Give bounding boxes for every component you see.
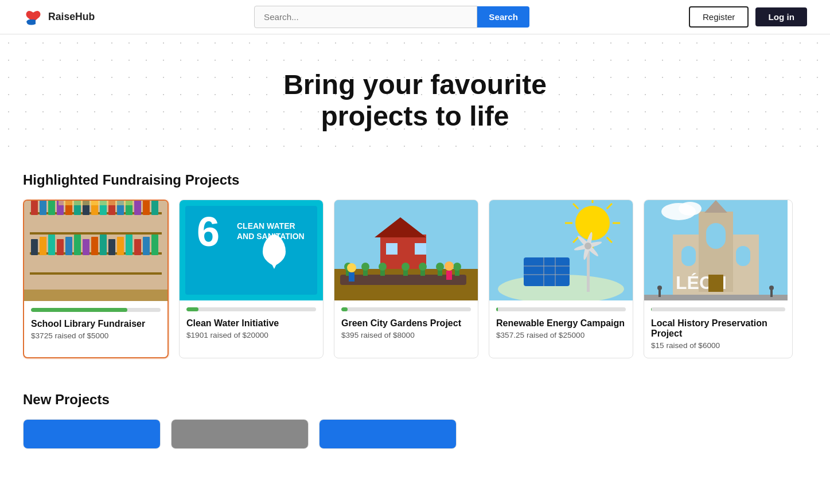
card-image-clean-water: 6 CLEAN WATER AND SANITATION xyxy=(180,200,323,303)
card-raised-renewable-energy: $357.25 raised of $25000 xyxy=(496,331,626,339)
svg-point-66 xyxy=(347,263,356,272)
search-area: Search xyxy=(254,6,529,28)
highlighted-card-green-city[interactable]: Green City Gardens Project$395 raised of… xyxy=(334,200,478,358)
progress-fill-school-library xyxy=(31,308,127,312)
card-body-local-history: Local History Preservation Project$15 ra… xyxy=(644,314,792,358)
new-section-title: New Projects xyxy=(23,392,807,408)
svg-rect-36 xyxy=(151,235,158,255)
logo-text: RaiseHub xyxy=(48,11,95,23)
progress-fill-local-history xyxy=(651,307,652,311)
svg-rect-9 xyxy=(48,201,55,215)
card-title-green-city: Green City Gardens Project xyxy=(341,318,471,329)
progress-bg-clean-water xyxy=(186,307,316,311)
highlighted-card-local-history[interactable]: LÉON Local History Preservation Project$… xyxy=(644,200,793,358)
svg-rect-31 xyxy=(108,239,115,255)
svg-rect-50 xyxy=(415,243,426,255)
new-section: New Projects xyxy=(0,380,830,471)
svg-rect-32 xyxy=(117,237,124,255)
progress-bg-green-city xyxy=(341,307,471,311)
progress-container-local-history xyxy=(644,303,792,314)
svg-rect-49 xyxy=(386,243,398,255)
svg-rect-35 xyxy=(143,237,150,255)
login-button[interactable]: Log in xyxy=(755,7,807,26)
nav-actions: Register Log in xyxy=(689,6,807,28)
register-button[interactable]: Register xyxy=(689,6,749,28)
card-image-renewable-energy xyxy=(489,200,633,303)
svg-rect-67 xyxy=(349,272,354,282)
svg-rect-38 xyxy=(59,201,133,205)
svg-rect-30 xyxy=(100,235,107,255)
new-card-image-new3 xyxy=(319,420,456,448)
hero-title: Bring your favourite projects to life xyxy=(23,69,807,132)
svg-rect-33 xyxy=(126,235,133,255)
progress-container-green-city xyxy=(334,303,478,314)
card-title-local-history: Local History Preservation Project xyxy=(651,318,785,339)
navbar: RaiseHub Search Register Log in xyxy=(0,0,830,34)
card-title-renewable-energy: Renewable Energy Campaign xyxy=(496,318,626,329)
card-image-school-library xyxy=(24,201,167,303)
svg-rect-27 xyxy=(74,235,81,255)
svg-point-106 xyxy=(679,202,702,216)
search-input[interactable] xyxy=(254,6,477,28)
svg-rect-5 xyxy=(30,272,162,275)
card-title-clean-water: Clean Water Initiative xyxy=(186,318,316,329)
svg-rect-26 xyxy=(65,237,72,255)
svg-point-102 xyxy=(657,286,662,290)
svg-point-61 xyxy=(419,263,427,271)
progress-fill-renewable-energy xyxy=(496,307,498,311)
progress-container-renewable-energy xyxy=(489,303,633,314)
progress-bg-local-history xyxy=(651,307,785,311)
svg-rect-19 xyxy=(134,201,141,215)
card-image-green-city xyxy=(334,200,478,303)
progress-fill-clean-water xyxy=(186,307,198,311)
progress-bg-renewable-energy xyxy=(496,307,626,311)
highlighted-card-renewable-energy[interactable]: Renewable Energy Campaign$357.25 raised … xyxy=(489,200,633,358)
card-title-school-library: School Library Fundraiser xyxy=(31,319,161,329)
new-projects-row xyxy=(23,419,807,454)
svg-point-55 xyxy=(361,263,369,271)
svg-rect-20 xyxy=(143,201,150,215)
svg-point-65 xyxy=(453,263,461,271)
new-card-new1[interactable] xyxy=(23,419,161,449)
svg-rect-99 xyxy=(708,275,723,292)
svg-rect-34 xyxy=(134,239,141,255)
svg-rect-8 xyxy=(40,201,46,215)
svg-point-68 xyxy=(445,261,454,271)
new-card-image-new1 xyxy=(24,420,160,448)
logo[interactable]: RaiseHub xyxy=(23,7,95,28)
highlighted-section-title: Highlighted Fundraising Projects xyxy=(23,172,807,188)
new-card-image-new2 xyxy=(172,420,308,448)
svg-rect-24 xyxy=(48,235,55,255)
svg-point-63 xyxy=(436,263,444,271)
svg-point-104 xyxy=(769,286,774,290)
search-button[interactable]: Search xyxy=(477,6,529,28)
svg-rect-28 xyxy=(83,239,89,255)
svg-rect-25 xyxy=(57,239,64,255)
card-body-renewable-energy: Renewable Energy Campaign$357.25 raised … xyxy=(489,314,633,347)
card-raised-clean-water: $1901 raised of $20000 xyxy=(186,331,316,339)
hero-section: Bring your favourite projects to life xyxy=(0,34,830,161)
svg-rect-3 xyxy=(30,232,162,235)
card-body-school-library: School Library Fundraiser$3725 raised of… xyxy=(24,314,167,348)
logo-icon xyxy=(23,7,44,28)
svg-rect-96 xyxy=(681,246,696,266)
svg-rect-81 xyxy=(524,257,570,286)
card-raised-local-history: $15 raised of $6000 xyxy=(651,341,785,350)
svg-rect-101 xyxy=(658,289,661,297)
highlighted-card-clean-water[interactable]: 6 CLEAN WATER AND SANITATION Clean Water… xyxy=(179,200,324,358)
new-card-new2[interactable] xyxy=(171,419,309,449)
svg-point-71 xyxy=(575,206,610,240)
progress-container-school-library xyxy=(24,303,167,314)
new-card-new3[interactable] xyxy=(319,419,457,449)
progress-container-clean-water xyxy=(180,303,323,314)
highlighted-card-school-library[interactable]: School Library Fundraiser$3725 raised of… xyxy=(23,200,169,358)
highlighted-section: Highlighted Fundraising Projects School … xyxy=(0,161,830,380)
svg-rect-97 xyxy=(736,246,750,266)
svg-rect-100 xyxy=(644,295,788,300)
svg-rect-95 xyxy=(706,223,726,249)
svg-rect-29 xyxy=(91,237,98,255)
card-body-green-city: Green City Gardens Project$395 raised of… xyxy=(334,314,478,347)
svg-rect-103 xyxy=(770,289,773,297)
svg-point-59 xyxy=(402,263,410,271)
svg-rect-69 xyxy=(446,271,452,280)
